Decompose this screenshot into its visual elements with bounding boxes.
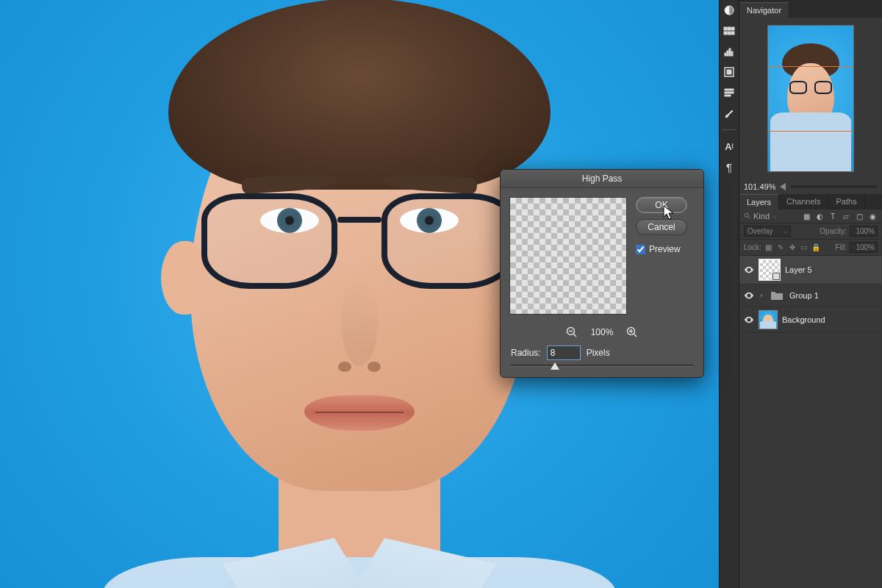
navigator-guide-line — [768, 131, 853, 132]
filter-pixel-icon[interactable]: ▦ — [801, 212, 811, 220]
blend-mode-select[interactable]: Overlay — [744, 226, 791, 237]
layer-filter-kind[interactable]: Kind⌵ — [744, 212, 777, 220]
lock-all-icon[interactable]: 🔒 — [811, 243, 820, 252]
blend-mode-row: Overlay Opacity: 100% — [739, 223, 882, 240]
tab-paths[interactable]: Paths — [829, 194, 865, 209]
svg-rect-5 — [728, 32, 731, 35]
cancel-button[interactable]: Cancel — [636, 219, 687, 235]
svg-rect-10 — [731, 51, 733, 56]
character-panel-icon[interactable]: A| — [722, 139, 736, 154]
svg-line-17 — [748, 217, 750, 219]
fill-value[interactable]: 100% — [850, 242, 878, 253]
navigator-guide-line — [768, 66, 853, 67]
portrait-illustration — [190, 50, 528, 491]
lock-transparent-icon[interactable]: ▦ — [764, 243, 773, 252]
radius-label: Radius: — [511, 348, 541, 358]
lock-artboard-icon[interactable]: ▭ — [800, 243, 808, 252]
high-pass-dialog[interactable]: High Pass OK Cancel Preview 100% Radius:… — [500, 169, 704, 378]
layer-thumbnail[interactable] — [759, 310, 778, 329]
swatches-panel-icon[interactable] — [722, 24, 736, 38]
preview-checkbox[interactable] — [636, 245, 645, 254]
filter-shape-icon[interactable]: ▱ — [841, 212, 851, 220]
filter-smart-icon[interactable]: ▢ — [854, 212, 864, 220]
adjustments-panel-icon[interactable] — [722, 44, 736, 59]
visibility-toggle-icon[interactable] — [744, 290, 754, 301]
layer-row-layer5[interactable]: Layer 5 — [739, 256, 882, 284]
lock-row: Lock: ▦ ✎ ✥ ▭ 🔒 Fill: 100% — [739, 240, 882, 256]
svg-rect-2 — [728, 27, 731, 30]
filter-type-icon[interactable]: T — [828, 212, 838, 220]
zoom-out-icon[interactable] — [566, 326, 578, 338]
opacity-value[interactable]: 100% — [850, 226, 878, 237]
layer-row-group1[interactable]: › Group 1 — [739, 284, 882, 307]
styles-panel-icon[interactable] — [722, 65, 736, 79]
layer-name-label[interactable]: Background — [782, 315, 825, 324]
right-panel-column: Navigator 101.49% Layers Channels Paths … — [739, 0, 882, 588]
svg-rect-4 — [724, 32, 727, 35]
layer-name-label[interactable]: Layer 5 — [785, 265, 812, 274]
lock-position-icon[interactable]: ✥ — [788, 243, 797, 252]
svg-rect-6 — [731, 32, 734, 35]
smart-object-badge-icon — [772, 273, 780, 280]
svg-rect-13 — [725, 89, 734, 90]
navigator-zoom-row: 101.49% — [739, 179, 882, 194]
layer-filter-row: Kind⌵ ▦ ◐ T ▱ ▢ ◉ — [739, 209, 882, 223]
fill-label: Fill: — [835, 243, 847, 251]
radius-slider-row — [501, 365, 703, 377]
svg-rect-12 — [727, 70, 731, 74]
paragraph-panel-icon[interactable]: ¶ — [722, 159, 736, 174]
brushes-panel-icon[interactable] — [722, 106, 736, 121]
filter-toggle-icon[interactable]: ◉ — [867, 212, 878, 220]
folder-icon — [769, 287, 785, 304]
svg-rect-3 — [731, 27, 734, 30]
radius-input[interactable] — [547, 345, 581, 360]
radius-slider-handle[interactable] — [551, 362, 559, 370]
navigator-thumbnail[interactable] — [767, 25, 854, 172]
svg-line-19 — [573, 334, 576, 337]
svg-rect-14 — [725, 92, 734, 93]
radius-row: Radius: Pixels — [501, 345, 703, 365]
layer-list: Layer 5 › Group 1 Background — [739, 256, 882, 333]
navigator-zoom-slider[interactable] — [790, 185, 878, 188]
layer-name-label[interactable]: Group 1 — [789, 291, 819, 300]
zoom-in-icon[interactable] — [626, 326, 638, 338]
svg-rect-8 — [727, 51, 728, 56]
navigator-zoom-value: 101.49% — [744, 182, 775, 191]
navigator-tab-row: Navigator — [739, 0, 882, 18]
visibility-toggle-icon[interactable] — [744, 315, 754, 325]
collapsed-panel-strip: A| ¶ — [719, 0, 739, 588]
layers-tab-row: Layers Channels Paths — [739, 194, 882, 209]
layer-thumbnail[interactable] — [759, 259, 781, 281]
svg-point-16 — [745, 213, 748, 217]
svg-rect-1 — [724, 27, 727, 30]
dialog-title[interactable]: High Pass — [501, 170, 703, 188]
svg-rect-15 — [725, 95, 731, 96]
layer-row-background[interactable]: Background — [739, 307, 882, 333]
svg-rect-9 — [729, 49, 731, 56]
tab-channels[interactable]: Channels — [779, 194, 828, 209]
preview-zoom-controls: 100% — [501, 323, 703, 345]
group-disclosure-icon[interactable]: › — [759, 292, 764, 299]
filter-preview-box[interactable] — [509, 197, 627, 315]
lock-label: Lock: — [744, 243, 761, 251]
navigator-panel — [739, 18, 882, 179]
preview-checkbox-row[interactable]: Preview — [636, 244, 687, 254]
svg-rect-7 — [725, 53, 726, 56]
radius-unit-label: Pixels — [587, 348, 610, 358]
properties-panel-icon[interactable] — [722, 85, 736, 100]
tab-navigator[interactable]: Navigator — [739, 2, 789, 18]
opacity-label: Opacity: — [820, 227, 847, 235]
svg-line-22 — [634, 334, 637, 337]
ok-button[interactable]: OK — [636, 197, 687, 213]
preview-checkbox-label: Preview — [649, 244, 681, 254]
tab-layers[interactable]: Layers — [739, 194, 779, 209]
zoom-out-icon[interactable] — [780, 183, 786, 190]
filter-adjustment-icon[interactable]: ◐ — [814, 212, 825, 220]
visibility-toggle-icon[interactable] — [744, 265, 754, 275]
radius-slider[interactable] — [511, 365, 693, 367]
color-panel-icon[interactable] — [722, 3, 736, 18]
preview-zoom-value: 100% — [591, 327, 614, 337]
lock-pixels-icon[interactable]: ✎ — [776, 243, 785, 252]
